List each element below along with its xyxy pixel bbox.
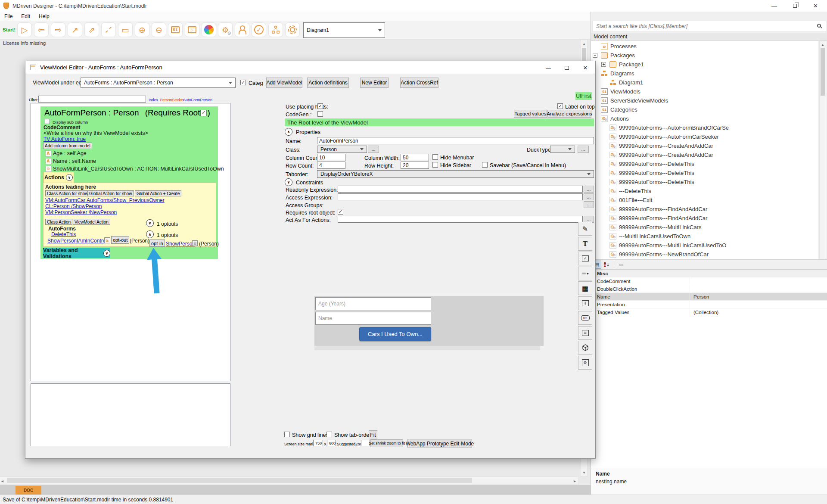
property-pages-button[interactable]: ▭ <box>617 261 625 269</box>
action-link-newperson[interactable]: VM:PersonSeeker /NewPerson <box>45 209 117 215</box>
dialog-titlebar[interactable]: ViewModel Editor - AutoForms : AutoFormP… <box>25 61 595 74</box>
spiral-settings-button[interactable] <box>285 22 300 37</box>
dashed-line-button[interactable] <box>101 22 116 37</box>
tree-item-action[interactable]: ⚙99999AutoForms---AutoFormBrandOfCarSe <box>593 123 818 132</box>
property-row-name[interactable]: NamePerson <box>591 293 827 301</box>
scroll-up-icon[interactable]: ▴ <box>820 42 826 47</box>
user-access-button[interactable] <box>235 22 249 37</box>
text-tool-button[interactable]: T <box>578 237 592 251</box>
viewmodel-under-edit-combo[interactable]: AutoForms : AutoFormPerson : Person <box>81 78 236 88</box>
tree-item-package1[interactable]: +Package1 <box>593 60 818 69</box>
tagged-values-button[interactable]: Tagged values <box>514 110 547 118</box>
chevron-down-icon[interactable]: ∨ <box>66 174 73 181</box>
codegen-checkbox[interactable] <box>317 111 323 117</box>
action-link-showperson[interactable]: CL:Person /ShowPerson <box>45 203 102 209</box>
tree-item-action[interactable]: ⚙99999AutoForms---DeleteThis <box>593 168 818 177</box>
canvas-horizontal-scrollbar[interactable]: ◂ ▸ <box>0 476 578 484</box>
requires-root-object-checkbox[interactable] <box>338 209 343 215</box>
label-on-top-checkbox[interactable] <box>557 103 563 109</box>
filter-input[interactable] <box>38 96 146 103</box>
screen-height-input[interactable] <box>327 440 336 446</box>
tree-item-action[interactable]: ⚙99999AutoForms---MultiLinkCarsIUsedToO <box>593 241 818 250</box>
display-sub-column-checkbox[interactable] <box>45 119 50 124</box>
tree-scrollbar[interactable]: ▴ ▾ <box>819 41 826 269</box>
hide-menubar-checkbox[interactable] <box>432 154 438 160</box>
minimize-button[interactable]: — <box>765 0 784 12</box>
run-button[interactable]: ▷ <box>17 22 32 37</box>
zoom-out-button[interactable]: ⊖ <box>152 22 166 37</box>
fit-button[interactable]: Fit <box>369 430 377 439</box>
search-input[interactable] <box>592 21 826 32</box>
tree-item-processes[interactable]: »Processes <box>593 42 818 51</box>
name-input[interactable] <box>317 137 594 144</box>
variables-validations-bar[interactable]: Variables and Validations ∨ <box>43 248 110 258</box>
navigate-forward-button[interactable]: ⇨ <box>51 22 65 37</box>
property-category[interactable]: Misc <box>591 270 827 277</box>
model-nodes-button[interactable] <box>268 22 283 37</box>
readonly-browse-button[interactable]: ... <box>584 186 594 193</box>
tree-item-action[interactable]: ⚙99999AutoForms---NewBrandOfCar <box>593 250 818 259</box>
viewmodel-action-button[interactable]: ViewModel Action <box>73 219 110 225</box>
validate-button[interactable]: ✓ <box>252 22 266 37</box>
class-browse-button[interactable]: ... <box>368 146 379 153</box>
cars-i-used-to-own-button[interactable]: Cars I Used To Own... <box>359 327 431 341</box>
new-editor-button[interactable]: New Editor <box>360 78 389 88</box>
color-theme-button[interactable] <box>202 22 216 37</box>
ducktype-browse-button[interactable]: ... <box>578 146 589 153</box>
link-autoformperson[interactable]: AutoFormPerson <box>183 98 212 102</box>
use-placing-hints-checkbox[interactable] <box>317 103 323 109</box>
access-groups-browse-button[interactable]: ... <box>584 201 594 208</box>
dialog-minimize-button[interactable]: — <box>541 63 555 72</box>
hide-sidebar-checkbox[interactable] <box>432 162 438 168</box>
tree-item-diagram1[interactable]: Diagram1 <box>593 78 818 87</box>
grid-icon[interactable]: ⊞ <box>192 240 198 246</box>
opt-out-button[interactable]: opt-out <box>111 236 129 244</box>
action-crossref-button[interactable]: Action CrossRef <box>400 78 438 88</box>
select-area-button[interactable]: ▭ <box>118 22 133 37</box>
access-expression-input[interactable] <box>338 193 583 200</box>
deletethis-link[interactable]: DeleteThis <box>51 231 76 237</box>
column-count-input[interactable] <box>317 154 345 161</box>
property-row-codecomment[interactable]: CodeComment <box>591 277 827 285</box>
opt-in-button[interactable]: opt-in <box>149 240 165 247</box>
property-row-presentation[interactable]: Presentation <box>591 301 827 308</box>
tree-item-diagrams[interactable]: Diagrams <box>593 69 818 78</box>
class-action-button[interactable]: Class Action <box>45 219 72 225</box>
run-window-button[interactable]: ▷ <box>185 22 199 37</box>
showpersoniamincontrol-link[interactable]: ShowPersonIAmInControl <box>47 238 107 244</box>
row-height-input[interactable] <box>401 162 429 169</box>
age-preview-input[interactable] <box>315 297 431 310</box>
checkbox-tool-button[interactable]: ✓ <box>578 252 592 265</box>
edit-tool-button[interactable]: ✎ <box>578 222 592 236</box>
scroll-up-icon[interactable]: ▴ <box>581 41 587 46</box>
requires-root-checkbox[interactable] <box>200 110 207 116</box>
show-tab-order-checkbox[interactable] <box>326 432 332 437</box>
menu-file[interactable]: File <box>0 13 17 19</box>
properties-collapse-icon[interactable]: ∧ <box>285 128 292 136</box>
tree-item-action[interactable]: ⚙---DeleteThis <box>593 187 818 196</box>
tree-item-action[interactable]: ⚙99999AutoForms---CreateAndAddCar <box>593 141 818 150</box>
ducktype-combo[interactable] <box>550 146 575 153</box>
action-definitions-button[interactable]: Action definitions <box>307 78 349 88</box>
viewmodel-root-panel[interactable]: AutoFormPerson : Person (Requires Root )… <box>40 106 218 259</box>
link-personseeker[interactable]: PersonSeeker <box>160 98 184 102</box>
expand-icon[interactable]: + <box>601 62 606 67</box>
settings-gears-button[interactable]: ⚙⚙ <box>218 22 233 37</box>
tree-item-action[interactable]: ⚙---MultiLinkCarsIUsedToOwn <box>593 232 818 241</box>
savebar-checkbox[interactable] <box>482 162 488 168</box>
webapp-prototype-button[interactable]: WebApp Prototype Edit-Mode <box>407 439 472 448</box>
property-row-taggedvalues[interactable]: Tagged Values(Collection) <box>591 308 827 316</box>
list-tool-button[interactable]: ≣ <box>578 326 592 340</box>
autoform-window-button[interactable]: 01 <box>168 22 183 37</box>
window-settings-tool-button[interactable]: ⚙ <box>578 356 592 370</box>
tree-item-action[interactable]: ⚙99999AutoForms---DeleteThis <box>593 177 818 187</box>
optouts-expand-icon[interactable]: ∧ <box>146 230 154 238</box>
tree-item-action[interactable]: ⚙99999AutoForms---CreateAndAddCar <box>593 150 818 159</box>
menu-help[interactable]: Help <box>34 13 54 19</box>
tree-item-packages[interactable]: −Packages <box>593 51 818 60</box>
tree-item-viewmodels[interactable]: 01ViewModels <box>593 87 818 96</box>
global-action-for-show-button[interactable]: Global Action for show <box>87 190 134 196</box>
global-action-create-button[interactable]: Global Action + Create <box>135 190 181 196</box>
scroll-right-icon[interactable]: ▸ <box>574 479 576 483</box>
tree-item-action[interactable]: ⚙99999AutoForms---FindAndAddCar <box>593 205 818 214</box>
